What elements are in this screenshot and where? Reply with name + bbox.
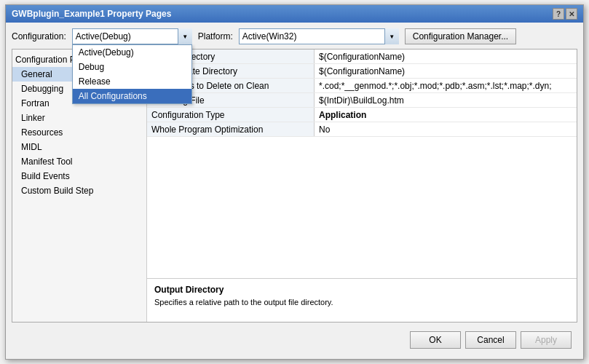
ok-button[interactable]: OK	[410, 331, 461, 349]
prop-value-whole-program: No	[315, 122, 577, 136]
close-button[interactable]: ✕	[566, 8, 577, 20]
title-bar-buttons: ? ✕	[553, 8, 577, 20]
prop-value-extensions: *.cod;*__genmod.*;*.obj;*.mod;*.pdb;*.as…	[315, 79, 577, 92]
dropdown-item-release[interactable]: Release	[73, 74, 191, 89]
table-row: Output Directory $(ConfigurationName)	[147, 50, 577, 64]
apply-button[interactable]: Apply	[521, 331, 572, 349]
button-row: OK Cancel Apply	[12, 327, 577, 353]
configuration-dropdown: Active(Debug) Debug Release All Configur…	[72, 44, 192, 104]
table-row: Intermediate Directory $(ConfigurationNa…	[147, 64, 577, 79]
platform-label: Platform:	[198, 31, 233, 41]
platform-select-wrapper: Active(Win32) ▼	[239, 28, 399, 44]
config-row: Configuration: Active(Debug) ▼ Active(De…	[12, 28, 577, 44]
prop-value-config-type: Application	[315, 108, 577, 122]
configuration-label: Configuration:	[12, 31, 66, 41]
content-area: Output Directory $(ConfigurationName) In…	[147, 50, 577, 322]
sidebar-item-custom-build-step[interactable]: Custom Build Step	[12, 183, 146, 198]
cancel-button[interactable]: Cancel	[465, 331, 516, 349]
output-section: Output Directory Specifies a relative pa…	[147, 278, 577, 322]
output-description: Specifies a relative path to the output …	[154, 298, 569, 306]
sidebar-item-manifest-tool[interactable]: Manifest Tool	[12, 154, 146, 169]
prop-name-whole-program: Whole Program Optimization	[147, 122, 315, 136]
property-pages-dialog: GWBplugin_Example1 Property Pages ? ✕ Co…	[5, 4, 584, 360]
configuration-manager-button[interactable]: Configuration Manager...	[405, 28, 516, 44]
dropdown-item-all-configurations[interactable]: All Configurations	[73, 89, 191, 103]
dropdown-item-debug[interactable]: Debug	[73, 60, 191, 74]
prop-value-intermediate-dir: $(ConfigurationName)	[315, 64, 577, 78]
sidebar-item-resources[interactable]: Resources	[12, 125, 146, 140]
table-row: Whole Program Optimization No	[147, 122, 577, 137]
configuration-select-wrapper: Active(Debug) ▼ Active(Debug) Debug Rele…	[72, 28, 192, 44]
title-bar: GWBplugin_Example1 Property Pages ? ✕	[6, 5, 583, 23]
properties-table: Output Directory $(ConfigurationName) In…	[147, 50, 577, 278]
sidebar-item-midl[interactable]: MIDL	[12, 140, 146, 154]
help-button[interactable]: ?	[553, 8, 564, 20]
platform-select[interactable]: Active(Win32)	[239, 28, 399, 44]
table-row: Build Log File $(IntDir)\BuildLog.htm	[147, 93, 577, 108]
prop-value-build-log: $(IntDir)\BuildLog.htm	[315, 93, 577, 107]
output-title: Output Directory	[154, 285, 569, 295]
sidebar-item-build-events[interactable]: Build Events	[12, 169, 146, 183]
dialog-title: GWBplugin_Example1 Property Pages	[12, 9, 171, 19]
dropdown-item-active-debug[interactable]: Active(Debug)	[73, 45, 191, 60]
table-row: Extensions to Delete on Clean *.cod;*__g…	[147, 79, 577, 93]
dialog-body: Configuration: Active(Debug) ▼ Active(De…	[6, 23, 583, 359]
sidebar-item-linker[interactable]: Linker	[12, 111, 146, 125]
prop-name-config-type: Configuration Type	[147, 108, 315, 122]
table-row: Configuration Type Application	[147, 108, 577, 122]
prop-value-output-dir: $(ConfigurationName)	[315, 50, 577, 63]
configuration-select[interactable]: Active(Debug)	[72, 28, 192, 44]
